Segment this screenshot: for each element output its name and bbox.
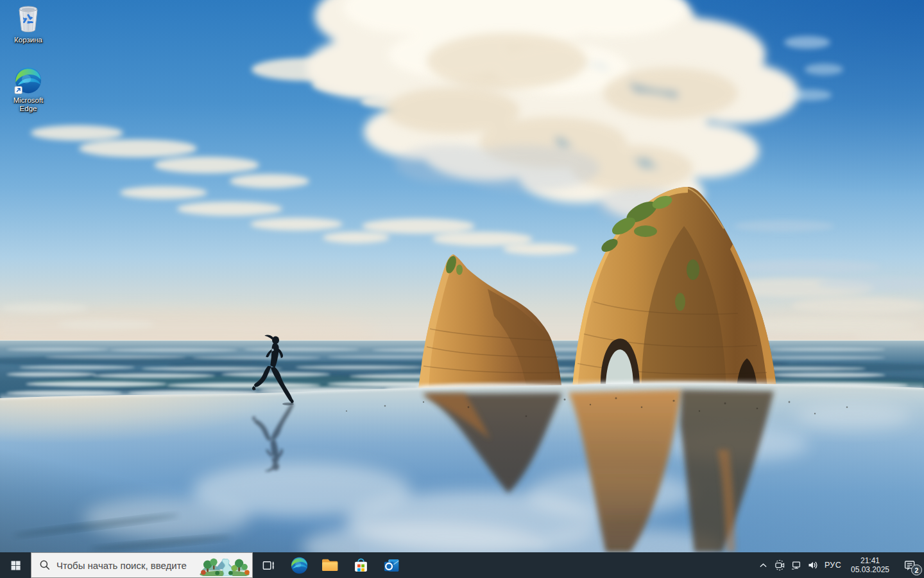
meet-now-camera-icon <box>774 559 785 571</box>
taskbar-file-explorer-button[interactable] <box>314 552 345 578</box>
chevron-up-icon <box>758 560 769 571</box>
desktop-icon-microsoft-edge[interactable]: Microsoft Edge <box>4 66 53 113</box>
file-explorer-icon <box>320 556 339 575</box>
windows-desktop-screen: Корзина Microsoft Edge <box>0 0 924 578</box>
network-ethernet-icon <box>791 559 802 571</box>
search-highlights-icon[interactable] <box>198 554 252 576</box>
outlook-icon <box>382 556 401 575</box>
edge-icon <box>13 66 43 95</box>
microsoft-store-icon <box>352 556 370 575</box>
task-view-icon <box>262 559 275 572</box>
show-hidden-icons-button[interactable] <box>755 552 771 578</box>
clock-time: 21:41 <box>860 556 880 565</box>
taskbar: Чтобы начать поиск, введите <box>0 552 924 578</box>
clock[interactable]: 21:41 05.03.2025 <box>844 552 896 578</box>
edge-icon <box>290 556 309 575</box>
recycle-bin-icon <box>14 4 42 35</box>
clock-date: 05.03.2025 <box>851 565 889 574</box>
search-icon <box>39 559 51 571</box>
volume-button[interactable] <box>805 552 821 578</box>
recycle-bin-label: Корзина <box>4 36 53 44</box>
taskbar-search-box[interactable]: Чтобы начать поиск, введите <box>31 552 253 578</box>
wallpaper-beach-image <box>0 0 924 552</box>
network-button[interactable] <box>788 552 805 578</box>
language-label: РУС <box>825 561 841 570</box>
meet-now-button[interactable] <box>771 552 788 578</box>
language-indicator[interactable]: РУС <box>821 552 844 578</box>
task-view-button[interactable] <box>253 552 284 578</box>
edge-label: Microsoft Edge <box>4 96 53 113</box>
windows-logo-icon <box>10 560 21 571</box>
action-center-button[interactable]: 2 <box>896 552 924 578</box>
desktop-icon-recycle-bin[interactable]: Корзина <box>4 4 53 44</box>
start-button[interactable] <box>0 552 31 578</box>
desktop[interactable]: Корзина Microsoft Edge <box>0 0 924 552</box>
taskbar-edge-button[interactable] <box>284 552 314 578</box>
volume-icon <box>807 559 819 571</box>
notification-badge: 2 <box>911 565 922 575</box>
taskbar-microsoft-store-button[interactable] <box>345 552 376 578</box>
taskbar-outlook-button[interactable] <box>376 552 407 578</box>
system-tray: РУС 21:41 05.03.2025 2 <box>755 552 924 578</box>
search-placeholder: Чтобы начать поиск, введите <box>56 560 187 571</box>
